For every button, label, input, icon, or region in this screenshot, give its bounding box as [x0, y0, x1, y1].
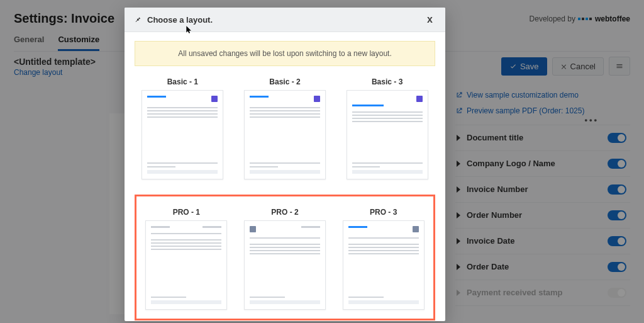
modal-warning: All unsaved changes will be lost upon sw… [135, 41, 435, 66]
layout-pro-1[interactable]: PRO - 1 [145, 208, 227, 310]
layout-thumbnail [145, 220, 227, 310]
layout-label: Basic - 3 [347, 77, 428, 86]
layout-label: PRO - 2 [244, 208, 326, 217]
layout-thumbnail [347, 90, 428, 179]
layout-basic-3[interactable]: Basic - 3 [347, 77, 428, 179]
modal-header: Choose a layout. x [125, 8, 445, 32]
layout-thumbnail [142, 90, 223, 179]
layout-pro-3[interactable]: PRO - 3 [343, 208, 425, 310]
layout-thumbnail [244, 90, 326, 179]
cursor-icon [185, 24, 194, 35]
choose-layout-modal: Choose a layout. x All unsaved changes w… [125, 8, 445, 321]
layout-basic-1[interactable]: Basic - 1 [142, 77, 223, 179]
modal-title: Choose a layout. [133, 15, 213, 25]
layout-basic-2[interactable]: Basic - 2 [244, 77, 326, 179]
layout-label: Basic - 1 [142, 77, 223, 86]
layout-row-basic: Basic - 1 Basic - 2 [135, 77, 435, 179]
modal-close-button[interactable]: x [423, 14, 436, 25]
layout-gallery: Basic - 1 Basic - 2 [125, 72, 445, 321]
layout-label: PRO - 3 [343, 208, 425, 217]
pin-icon [133, 15, 142, 24]
layout-label: Basic - 2 [244, 77, 326, 86]
layout-row-pro: PRO - 1 PRO - 2 [140, 208, 430, 310]
layout-pro-highlight: PRO - 1 PRO - 2 [135, 195, 435, 320]
modal-title-text: Choose a layout. [147, 15, 213, 25]
layout-label: PRO - 1 [145, 208, 227, 217]
layout-thumbnail [244, 220, 326, 310]
layout-thumbnail [343, 220, 425, 310]
layout-pro-2[interactable]: PRO - 2 [244, 208, 326, 310]
